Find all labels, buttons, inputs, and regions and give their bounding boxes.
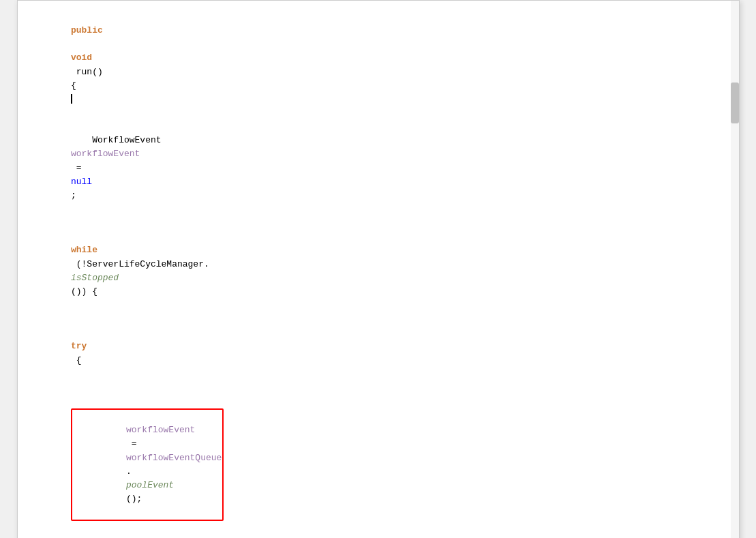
code-line-1: public void run() {	[18, 10, 739, 120]
scrollbar-thumb[interactable]	[731, 83, 739, 123]
scrollbar[interactable]	[731, 1, 739, 538]
code-line-5: workflowEvent = workflowEventQueue . poo…	[18, 381, 739, 535]
keyword-public: public	[71, 25, 103, 35]
cursor	[71, 94, 72, 104]
code-area[interactable]: public void run() { WorkflowEvent workfl…	[18, 8, 739, 538]
editor-window: public void run() { WorkflowEvent workfl…	[17, 0, 740, 538]
code-line-6: LoggerUtils. setWorkflowInstanceIdMDC ( …	[18, 535, 739, 538]
code-line-4: try {	[18, 312, 739, 381]
code-line-3: while (!ServerLifeCycleManager. isStoppe…	[18, 216, 739, 312]
var-workflowEvent: workflowEvent	[71, 149, 140, 159]
keyword-void: void	[71, 53, 92, 63]
highlight-box-1: workflowEvent = workflowEventQueue . poo…	[71, 408, 224, 521]
code-line-2: WorkflowEvent workflowEvent = null ;	[18, 120, 739, 216]
